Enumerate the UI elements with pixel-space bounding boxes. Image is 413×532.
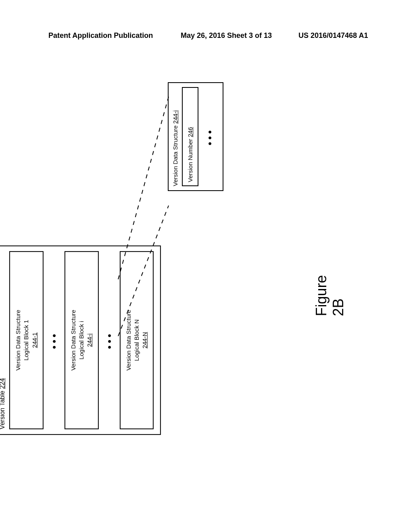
version-table-title-ref: 224 bbox=[0, 378, 6, 389]
entryn-line2: Logical Block N bbox=[133, 319, 140, 361]
version-table-title-label: Version Table bbox=[0, 389, 6, 429]
entryi-line1: Version Data Structure bbox=[70, 310, 77, 371]
version-table-entry-1: Version Data Structure Logical Block 1 2… bbox=[9, 251, 44, 429]
entry1-line2: Logical Block 1 bbox=[23, 320, 29, 361]
header-right: US 2016/0147468 A1 bbox=[298, 31, 368, 40]
detail-title-label: Version Data Structure bbox=[172, 124, 179, 186]
version-table-box: Version Table 224 Version Data Structure… bbox=[0, 245, 161, 435]
detail-field-label: Version Number bbox=[187, 137, 194, 182]
figure-area: Version Table 224 Version Data Structure… bbox=[40, 85, 351, 468]
version-table-title: Version Table 224 bbox=[0, 251, 6, 429]
entryn-ref: 244-N bbox=[141, 332, 148, 349]
version-table-entry-i: Version Data Structure Logical Block i 2… bbox=[65, 251, 99, 429]
detail-ellipsis: ••• bbox=[198, 87, 217, 186]
detail-title-ref: 244-i bbox=[172, 110, 179, 124]
version-data-structure-detail-box: Version Data Structure 244-i Version Num… bbox=[168, 82, 223, 191]
ellipsis-1: ••• bbox=[44, 251, 65, 429]
entryi-ref: 244-i bbox=[86, 333, 93, 347]
detail-field-version-number: Version Number 246 bbox=[182, 87, 198, 186]
detail-title: Version Data Structure 244-i bbox=[172, 87, 179, 186]
figure-label: Figure 2B bbox=[313, 274, 347, 316]
entry1-line1: Version Data Structure bbox=[15, 310, 21, 371]
entryi-line2: Logical Block i bbox=[78, 321, 85, 360]
ellipsis-2: ••• bbox=[98, 251, 119, 429]
header-center: May 26, 2016 Sheet 3 of 13 bbox=[181, 31, 272, 40]
entry1-ref: 244-1 bbox=[31, 332, 38, 348]
entryn-line1: Version Data Structure bbox=[125, 310, 131, 371]
detail-field-ref: 246 bbox=[187, 127, 194, 137]
header-left: Patent Application Publication bbox=[48, 31, 153, 40]
version-table-entry-n: Version Data Structure Logical Block N 2… bbox=[119, 251, 154, 429]
